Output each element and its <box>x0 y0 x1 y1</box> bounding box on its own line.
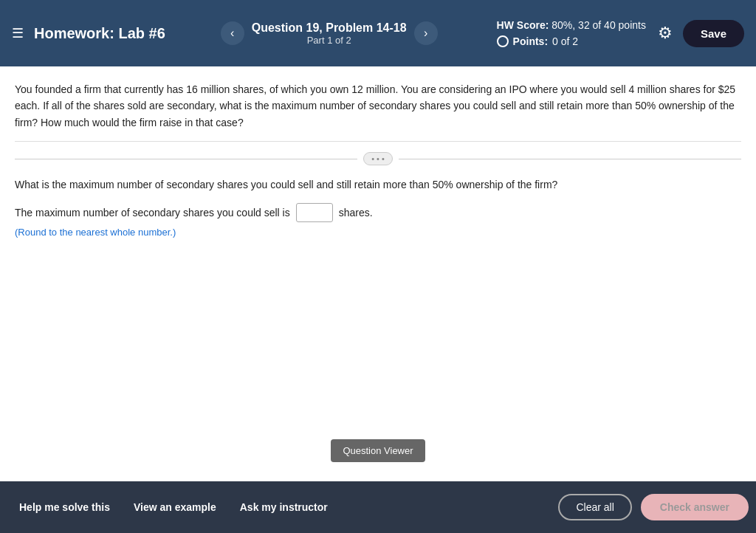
question-part: Part 1 of 2 <box>252 35 407 46</box>
answer-suffix: shares. <box>339 207 373 219</box>
hw-score-value: 80%, 32 of 40 points <box>551 19 646 31</box>
footer-right-actions: Clear all Check answer <box>558 494 749 520</box>
ask-instructor-button[interactable]: Ask my instructor <box>228 494 340 520</box>
hw-score-line: HW Score: 80%, 32 of 40 points <box>497 17 646 33</box>
points-line: Points: 0 of 2 <box>497 33 646 49</box>
homework-title: Homework: Lab #6 <box>34 25 165 42</box>
gear-icon[interactable]: ⚙ <box>658 24 673 43</box>
points-label: Points: <box>513 33 548 49</box>
divider-pill: • • • <box>363 152 393 165</box>
divider-line-left <box>15 159 357 159</box>
round-note: (Round to the nearest whole number.) <box>15 227 741 238</box>
view-example-button[interactable]: View an example <box>122 494 228 520</box>
question-info: Question 19, Problem 14-18 Part 1 of 2 <box>252 21 407 46</box>
lab-name: Lab #6 <box>118 25 165 41</box>
score-info: HW Score: 80%, 32 of 40 points Points: 0… <box>497 17 646 50</box>
points-value: 0 of 2 <box>552 33 578 49</box>
points-circle-icon <box>497 35 509 47</box>
question-navigation: ‹ Question 19, Problem 14-18 Part 1 of 2… <box>221 21 438 46</box>
question-body: You founded a firm that currently has 16… <box>15 81 741 142</box>
hw-score-label: HW Score: <box>497 19 549 31</box>
help-solve-button[interactable]: Help me solve this <box>7 494 122 520</box>
divider-line-right <box>399 159 741 159</box>
answer-input[interactable] <box>296 203 333 222</box>
save-button[interactable]: Save <box>683 20 744 47</box>
question-viewer-button[interactable]: Question Viewer <box>331 439 425 462</box>
check-answer-button[interactable]: Check answer <box>641 494 749 520</box>
answer-prefix: The maximum number of secondary shares y… <box>15 207 290 219</box>
menu-icon[interactable]: ☰ <box>12 25 24 41</box>
answer-row: The maximum number of secondary shares y… <box>15 203 741 222</box>
homework-label: Homework: <box>34 25 114 41</box>
clear-all-button[interactable]: Clear all <box>558 494 631 520</box>
header: ☰ Homework: Lab #6 ‹ Question 19, Proble… <box>0 0 756 66</box>
prev-question-button[interactable]: ‹ <box>221 21 244 45</box>
next-question-button[interactable]: › <box>414 21 438 45</box>
footer: Help me solve this View an example Ask m… <box>0 481 756 533</box>
section-divider: • • • <box>15 152 741 165</box>
main-content: You founded a firm that currently has 16… <box>0 66 756 481</box>
question-title: Question 19, Problem 14-18 <box>252 21 407 35</box>
sub-question-text: What is the maximum number of secondary … <box>15 177 741 193</box>
